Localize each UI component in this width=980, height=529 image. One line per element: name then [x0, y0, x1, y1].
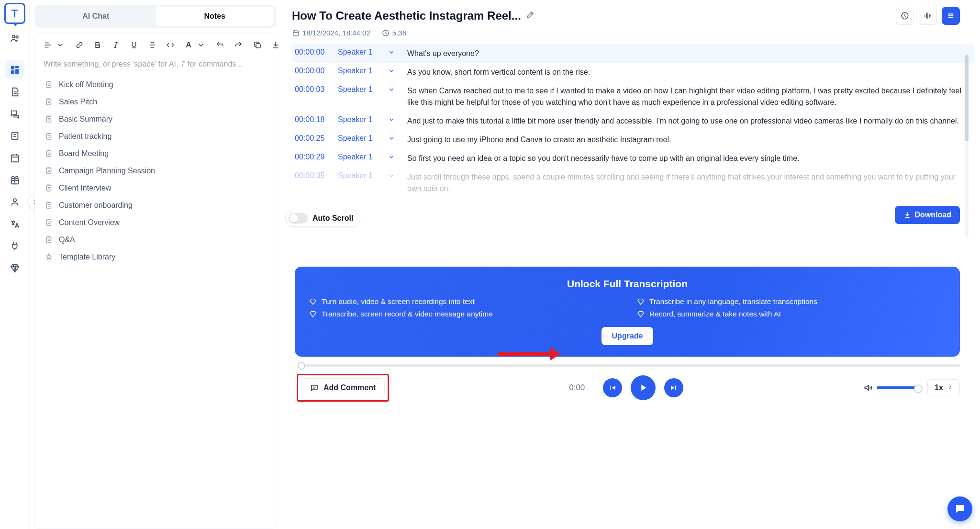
bold-icon[interactable]: [92, 40, 103, 50]
timestamp[interactable]: 00:00:03: [295, 85, 333, 94]
svg-rect-18: [47, 203, 51, 208]
template-item[interactable]: Basic Summary: [42, 112, 269, 127]
edit-title-icon[interactable]: [526, 11, 535, 21]
playback-timeline[interactable]: [299, 364, 960, 367]
rail-premium-icon[interactable]: [5, 259, 24, 278]
play-button[interactable]: [631, 375, 656, 400]
rail-language-icon[interactable]: [5, 214, 24, 234]
auto-scroll-toggle[interactable]: Auto Scroll: [285, 210, 360, 227]
editor-toolbar: A: [42, 38, 269, 55]
editor-placeholder[interactable]: Write something, or press 'space' for AI…: [42, 55, 269, 75]
redo-icon[interactable]: [233, 40, 244, 50]
template-item[interactable]: Content Overview: [42, 215, 269, 230]
paragraph-style-dropdown[interactable]: [43, 40, 53, 50]
copy-icon[interactable]: [252, 40, 263, 50]
transcript-row[interactable]: 00:00:00Speaker 1What's up everyone?: [292, 44, 974, 63]
share-audio-icon[interactable]: [919, 7, 937, 25]
svg-point-1: [16, 36, 18, 38]
template-item[interactable]: Template Library: [42, 249, 269, 265]
svg-rect-4: [15, 69, 18, 74]
template-item[interactable]: Customer onboarding: [42, 198, 269, 213]
svg-rect-2: [11, 66, 14, 69]
transcript-list[interactable]: 00:00:00Speaker 1What's up everyone?00:0…: [292, 44, 974, 264]
rail-chat-icon[interactable]: [5, 104, 24, 124]
speaker-label[interactable]: Speaker 1: [338, 115, 383, 124]
prev-button[interactable]: [603, 378, 622, 397]
tab-ai-chat[interactable]: AI Chat: [36, 7, 156, 26]
template-item[interactable]: Patient tracking: [42, 129, 269, 144]
timestamp[interactable]: 00:00:35: [295, 171, 333, 180]
template-label: Customer onboarding: [59, 201, 133, 210]
transcript-row[interactable]: 00:00:29Speaker 1So first you need an id…: [292, 149, 974, 168]
text-color-dropdown[interactable]: A: [183, 40, 194, 50]
speaker-label[interactable]: Speaker 1: [338, 67, 383, 75]
app-logo[interactable]: T: [4, 3, 25, 24]
timestamp[interactable]: 00:00:29: [295, 153, 333, 161]
rail-dashboard-icon[interactable]: [5, 60, 24, 79]
transcript-row[interactable]: 00:00:18Speaker 1And just to make this t…: [292, 112, 974, 130]
chevron-down-icon[interactable]: [388, 153, 402, 162]
template-item[interactable]: Sales Pitch: [42, 94, 269, 110]
rail-gift-icon[interactable]: [5, 170, 24, 190]
template-item[interactable]: Kick off Meeting: [42, 77, 269, 92]
template-item[interactable]: Client Interview: [42, 180, 269, 196]
chevron-down-icon[interactable]: [196, 40, 206, 50]
tab-notes[interactable]: Notes: [156, 7, 275, 26]
speaker-label[interactable]: Speaker 1: [338, 171, 383, 180]
recording-duration: 5:36: [382, 29, 406, 37]
rail-calendar-icon[interactable]: [5, 148, 24, 168]
rail-document-icon[interactable]: [5, 82, 24, 101]
timestamp[interactable]: 00:00:25: [295, 134, 333, 143]
promo-title: Unlock Full Transcription: [309, 278, 946, 290]
svg-rect-22: [293, 31, 299, 36]
download-button[interactable]: Download: [895, 206, 960, 224]
undo-icon[interactable]: [215, 40, 225, 50]
scrollbar[interactable]: [965, 55, 969, 237]
template-item[interactable]: Board Meeting: [42, 146, 269, 161]
timeline-thumb[interactable]: [298, 362, 305, 370]
template-item[interactable]: Q&A: [42, 232, 269, 248]
template-item[interactable]: Campaign Planning Session: [42, 163, 269, 179]
add-comment-button[interactable]: Add Comment: [301, 378, 385, 397]
chevron-down-icon[interactable]: [55, 40, 66, 50]
upgrade-button[interactable]: Upgrade: [601, 327, 654, 345]
template-label: Kick off Meeting: [59, 80, 113, 89]
timestamp[interactable]: 00:00:00: [295, 48, 333, 56]
chevron-down-icon[interactable]: [388, 48, 402, 57]
timestamp[interactable]: 00:00:00: [295, 67, 333, 75]
template-label: Template Library: [59, 253, 115, 261]
transcript-row[interactable]: 00:00:03Speaker 1So when Canva reached o…: [292, 81, 974, 111]
rail-tasks-icon[interactable]: [5, 126, 24, 146]
toggle-switch[interactable]: [289, 213, 308, 224]
link-icon[interactable]: [74, 40, 85, 50]
chevron-down-icon[interactable]: [388, 115, 402, 125]
speaker-label[interactable]: Speaker 1: [338, 48, 383, 56]
code-icon[interactable]: [165, 40, 176, 50]
rail-integrations-icon[interactable]: [5, 236, 24, 256]
playback-speed-dropdown[interactable]: 1x: [927, 379, 960, 396]
menu-icon[interactable]: [942, 7, 960, 25]
speaker-label[interactable]: Speaker 1: [338, 134, 383, 143]
chevron-down-icon[interactable]: [388, 85, 402, 95]
download-icon[interactable]: [270, 40, 281, 50]
speaker-label[interactable]: Speaker 1: [338, 85, 383, 94]
svg-rect-11: [47, 82, 51, 88]
chevron-down-icon[interactable]: [388, 171, 402, 181]
speaker-label[interactable]: Speaker 1: [338, 153, 383, 161]
transcript-row[interactable]: 00:00:00Speaker 1As you know, short form…: [292, 63, 974, 81]
chevron-down-icon[interactable]: [388, 67, 402, 76]
svg-rect-19: [47, 220, 51, 225]
chat-fab-button[interactable]: [947, 496, 972, 521]
transcript-row[interactable]: 00:00:25Speaker 1Just going to use my iP…: [292, 130, 974, 149]
volume-control[interactable]: [863, 383, 920, 393]
strikethrough-icon[interactable]: [147, 40, 157, 50]
rail-account-icon[interactable]: [5, 192, 24, 212]
chevron-down-icon[interactable]: [388, 134, 402, 144]
underline-icon[interactable]: [129, 40, 139, 50]
rail-people-icon[interactable]: [5, 29, 24, 48]
next-button[interactable]: [664, 378, 683, 397]
history-icon[interactable]: [896, 7, 914, 25]
italic-icon[interactable]: [111, 40, 121, 50]
timestamp[interactable]: 00:00:18: [295, 115, 333, 124]
transcript-row[interactable]: 00:00:35Speaker 1Just scroll through the…: [292, 168, 974, 197]
